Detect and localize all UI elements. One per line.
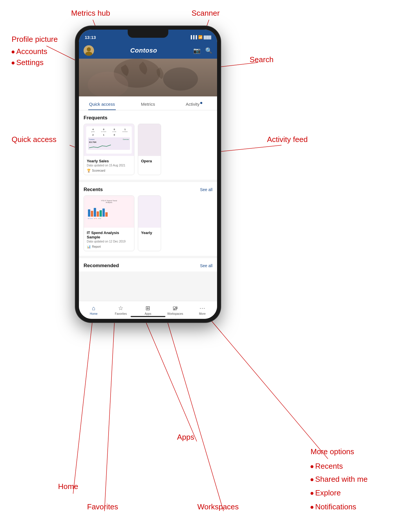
svg-line-8	[158, 290, 223, 511]
it-spend-chart-title: YTD IT Spend TrendAnalysis	[88, 200, 130, 203]
recents-cards: YTD IT Spend TrendAnalysis	[79, 195, 217, 256]
bar-7	[105, 212, 108, 217]
it-spend-chart	[88, 205, 130, 217]
yearly-partial-card[interactable]: Yearly	[138, 195, 161, 251]
recommended-see-all[interactable]: See all	[200, 263, 212, 268]
yearly-sales-info: Yearly Sales Data updated on 15 Aug 2021…	[84, 156, 134, 175]
header-icons: 📷 🔍	[193, 47, 212, 54]
recents-header: Recents See all	[79, 182, 217, 195]
annotation-favorites: Favorites	[87, 502, 118, 511]
annotation-apps: Apps	[177, 433, 194, 442]
nav-favorites[interactable]: ☆ Favorites	[107, 303, 135, 315]
status-time: 13:13	[85, 35, 96, 40]
app-header: Contoso 📷 🔍	[79, 42, 217, 59]
it-spend-date: Data updated on 12 Dec 2019	[87, 240, 131, 243]
yearly-partial-info: Yearly	[138, 228, 161, 238]
scorecard-type-icon: 🏆	[87, 169, 91, 172]
nav-apps[interactable]: ⊞ Apps	[134, 303, 162, 315]
favorites-nav-icon: ☆	[118, 305, 123, 312]
phone-frame: 13:13 ▐▐▐ 📶 ▓▓▓ Contoso	[75, 26, 221, 322]
avatar-image	[84, 45, 94, 56]
search-icon[interactable]: 🔍	[205, 47, 212, 54]
annotation-profile-picture: Profile picture	[12, 35, 58, 44]
workspaces-nav-icon: 🖳	[172, 305, 178, 312]
apps-nav-icon: ⊞	[145, 305, 150, 312]
it-spend-card[interactable]: YTD IT Spend TrendAnalysis	[84, 195, 134, 251]
annotation-accounts: Accounts	[12, 47, 47, 56]
scanner-icon[interactable]: 📷	[193, 47, 201, 54]
annotation-search: Search	[250, 55, 273, 64]
annotation-activity-feed: Activity feed	[267, 135, 308, 144]
annotation-workspaces: Workspaces	[197, 502, 239, 511]
recommended-section: Recommended See all	[79, 258, 217, 272]
nav-more[interactable]: ⋯ More	[189, 303, 216, 315]
annotation-shared-with-me: Shared with me	[311, 475, 368, 484]
yearly-sales-type: 🏆 Scorecard	[87, 169, 131, 172]
opera-card[interactable]: Opera	[138, 124, 161, 175]
frequents-title: Frequents	[84, 115, 107, 121]
opera-name: Opera	[141, 159, 158, 163]
it-spend-type: 📊 Report	[87, 245, 131, 249]
annotation-settings: Settings	[12, 58, 44, 67]
recommended-header: Recommended See all	[79, 258, 217, 272]
tab-quick-access[interactable]: Quick access	[79, 102, 125, 110]
bar-6	[102, 209, 105, 217]
nav-workspaces[interactable]: 🖳 Workspaces	[162, 303, 189, 315]
battery-icon: ▓▓▓	[204, 35, 211, 39]
wifi-icon: 📶	[198, 35, 203, 39]
annotation-recents: Recents	[311, 462, 343, 471]
home-nav-icon: ⌂	[92, 305, 95, 312]
tab-activity[interactable]: Activity	[171, 102, 217, 110]
recommended-title: Recommended	[84, 263, 119, 269]
annotation-quick-access: Quick access	[12, 135, 57, 144]
yearly-sales-card[interactable]: 4goals 0on track 0at risk 1overdue 2 1 0	[84, 124, 134, 175]
page-container: Metrics hub Scanner Profile picture Acco…	[0, 0, 415, 532]
it-spend-thumb: YTD IT Spend TrendAnalysis	[84, 196, 134, 228]
nav-home[interactable]: ⌂ Home	[80, 303, 107, 315]
yearly-partial-name: Yearly	[141, 231, 158, 235]
workspaces-nav-label: Workspaces	[167, 312, 183, 315]
annotation-notifications: Notifications	[311, 502, 356, 511]
signal-icon: ▐▐▐	[190, 35, 197, 39]
more-nav-icon: ⋯	[199, 305, 205, 312]
bar-5	[100, 210, 102, 217]
bar-2	[91, 211, 93, 217]
bar-3	[94, 208, 96, 217]
annotation-more-options: More options	[311, 447, 354, 456]
opera-thumb	[138, 124, 161, 156]
more-nav-label: More	[199, 312, 206, 315]
yearly-partial-thumb	[138, 196, 161, 228]
annotation-metrics-hub: Metrics hub	[71, 9, 110, 18]
phone-screen: 13:13 ▐▐▐ 📶 ▓▓▓ Contoso	[79, 30, 217, 319]
tab-metrics[interactable]: Metrics	[125, 102, 171, 110]
yearly-sales-date: Data updated on 15 Aug 2021	[87, 164, 131, 167]
yearly-sales-name: Yearly Sales	[87, 159, 131, 163]
svg-line-6	[104, 290, 116, 511]
it-spend-preview: YTD IT Spend TrendAnalysis	[86, 198, 132, 225]
chart-legend: ■ Current ■ Plan ■ Var	[88, 218, 130, 219]
activity-dot	[200, 102, 202, 104]
status-icons: ▐▐▐ 📶 ▓▓▓	[190, 35, 211, 39]
apps-nav-label: Apps	[145, 312, 151, 315]
hero-image	[79, 59, 217, 96]
it-spend-info: IT Spend Analysis Sample Data updated on…	[84, 228, 134, 251]
app-title: Contoso	[130, 47, 157, 54]
yearly-sales-preview: 4goals 0on track 0at risk 1overdue 2 1 0	[86, 126, 132, 154]
it-spend-name: IT Spend Analysis Sample	[87, 231, 131, 239]
home-indicator	[131, 316, 165, 317]
bar-1	[88, 209, 90, 217]
content-area: Frequents 4goals 0on track 0at risk	[79, 110, 217, 301]
frequents-cards: 4goals 0on track 0at risk 1overdue 2 1 0	[79, 124, 217, 180]
annotation-explore: Explore	[311, 488, 341, 497]
recents-see-all[interactable]: See all	[200, 187, 212, 192]
tabs-bar: Quick access Metrics Activity	[79, 96, 217, 110]
frequents-section: Frequents 4goals 0on track 0at risk	[79, 110, 217, 180]
annotation-home: Home	[58, 482, 78, 491]
annotation-scanner: Scanner	[192, 9, 220, 18]
bar-4	[97, 211, 99, 217]
svg-point-12	[87, 47, 91, 51]
opera-info: Opera	[138, 156, 161, 166]
avatar[interactable]	[84, 45, 94, 56]
notch	[128, 30, 168, 38]
recents-title: Recents	[84, 187, 103, 193]
